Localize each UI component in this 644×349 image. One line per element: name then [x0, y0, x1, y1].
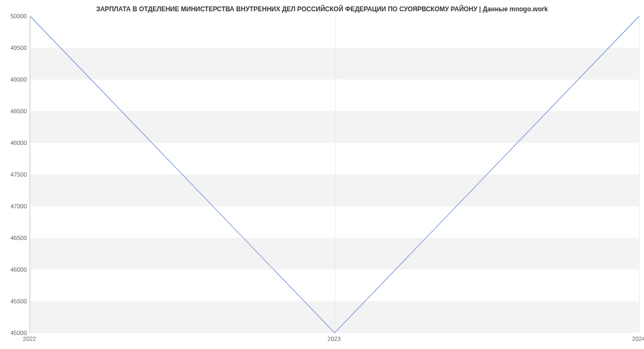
chart-title: ЗАРПЛАТА В ОТДЕЛЕНИЕ МИНИСТЕРСТВА ВНУТРЕ… — [0, 5, 644, 13]
v-gridline — [639, 16, 640, 332]
y-tick-label: 47500 — [3, 171, 27, 178]
y-tick-label: 49000 — [3, 76, 27, 83]
plot-area — [30, 16, 639, 333]
y-tick-label: 45500 — [3, 298, 27, 304]
y-tick-label: 47000 — [3, 203, 27, 209]
y-tick-label: 46000 — [3, 266, 27, 273]
x-tick-label: 2022 — [23, 336, 36, 342]
x-tick-label: 2024 — [632, 336, 644, 342]
line-chart-svg — [30, 16, 639, 332]
y-tick-label: 48000 — [3, 140, 27, 146]
y-tick-label: 49500 — [3, 45, 27, 51]
y-tick-label: 46500 — [3, 235, 27, 241]
y-tick-label: 50000 — [3, 13, 27, 19]
y-tick-label: 48500 — [3, 108, 27, 114]
data-series-line — [30, 16, 639, 333]
x-tick-label: 2023 — [327, 336, 340, 342]
